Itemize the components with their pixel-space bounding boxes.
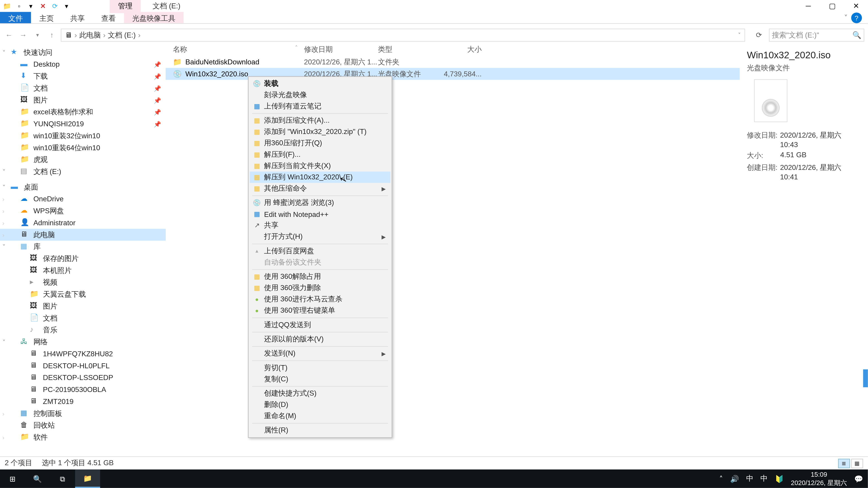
search-input[interactable]: 搜索"文档 (E:)" 🔍: [769, 29, 864, 42]
breadcrumb[interactable]: 🖥 › 此电脑 › 文档 (E:) › ˅: [61, 29, 745, 42]
menu-item[interactable]: Edit with Notepad++: [250, 208, 391, 220]
tree-recycle-bin[interactable]: 回收站: [0, 419, 166, 431]
tree-item-desktop[interactable]: Desktop📌: [0, 58, 166, 70]
breadcrumb-dropdown-icon[interactable]: ˅: [738, 32, 741, 38]
ribbon-tab-view[interactable]: 查看: [93, 12, 124, 23]
ribbon-tab-file[interactable]: 文件: [0, 12, 31, 23]
menu-item[interactable]: 装载: [250, 78, 391, 89]
tree-item[interactable]: ZMT2019: [0, 396, 166, 408]
tree-item[interactable]: YUNQISHI2019📌: [0, 118, 166, 130]
taskbar-search-button[interactable]: 🔍: [25, 469, 50, 488]
tray-security-icon[interactable]: 🔰: [775, 475, 784, 483]
taskbar-clock[interactable]: 15:09 2020/12/26, 星期六: [791, 471, 847, 487]
ribbon-tab-share[interactable]: 共享: [62, 12, 93, 23]
qat-dropdown-icon[interactable]: ▾: [62, 1, 71, 11]
tree-item-downloads[interactable]: 下载📌: [0, 70, 166, 82]
tree-onedrive[interactable]: ›OneDrive: [0, 193, 166, 205]
view-details-button[interactable]: ≣: [838, 458, 850, 468]
menu-item[interactable]: 删除(D): [250, 399, 391, 411]
tree-item-documents[interactable]: 文档📌: [0, 82, 166, 94]
nav-back-button[interactable]: ←: [4, 30, 14, 40]
tree-item[interactable]: 天翼云盘下载: [0, 288, 166, 300]
menu-item[interactable]: 共享: [250, 220, 391, 231]
menu-item[interactable]: 复制(C): [250, 373, 391, 385]
start-button[interactable]: ⊞: [0, 469, 25, 488]
menu-item[interactable]: 通过QQ发送到: [250, 319, 391, 330]
menu-item[interactable]: 使用 360管理右键菜单: [250, 305, 391, 316]
qat-item[interactable]: ▫: [14, 1, 24, 11]
taskbar-explorer-button[interactable]: 📁: [75, 469, 100, 488]
tree-item[interactable]: 图片: [0, 300, 166, 312]
column-size[interactable]: 大小: [440, 44, 482, 55]
tree-item[interactable]: 保存的图片: [0, 253, 166, 265]
tree-item[interactable]: 本机照片: [0, 265, 166, 276]
tree-quick-access[interactable]: ˅快速访问: [0, 46, 166, 59]
ribbon-tab-home[interactable]: 主页: [31, 12, 62, 23]
menu-item[interactable]: 使用 360解除占用: [250, 271, 391, 283]
menu-item[interactable]: 其他压缩命令▶: [250, 183, 391, 194]
breadcrumb-segment[interactable]: 此电脑: [79, 30, 101, 40]
menu-item[interactable]: 属性(R): [250, 425, 391, 436]
tree-item[interactable]: win10重装64位win10: [0, 142, 166, 154]
menu-item[interactable]: 发送到(N)▶: [250, 348, 391, 359]
tree-item[interactable]: 视频: [0, 276, 166, 289]
tree-item-pictures[interactable]: 图片📌: [0, 94, 166, 106]
tray-ime-icon[interactable]: 中: [746, 474, 753, 484]
menu-item[interactable]: 打开方式(H)▶: [250, 231, 391, 242]
maximize-button[interactable]: ▢: [820, 0, 844, 12]
menu-item[interactable]: 添加到 "Win10x32_2020.zip" (T): [250, 126, 391, 138]
tree-item[interactable]: 音乐: [0, 324, 166, 336]
task-view-button[interactable]: ⧉: [50, 469, 75, 488]
menu-item[interactable]: 用 蜂蜜浏览器 浏览(3): [250, 197, 391, 208]
tray-notification-icon[interactable]: 💬: [854, 475, 863, 483]
view-icons-button[interactable]: ▦: [851, 458, 863, 468]
column-type[interactable]: 类型: [378, 44, 440, 55]
refresh-button[interactable]: ⟳: [752, 29, 765, 42]
menu-item[interactable]: 重命名(M): [250, 411, 391, 422]
menu-item[interactable]: 上传到百度网盘: [250, 246, 391, 257]
tray-overflow-icon[interactable]: ˄: [719, 475, 723, 483]
menu-item[interactable]: 解压到当前文件夹(X): [250, 160, 391, 171]
menu-item[interactable]: 使用 360强力删除: [250, 283, 391, 294]
menu-item[interactable]: 添加到压缩文件(A)...: [250, 115, 391, 126]
menu-item[interactable]: 刻录光盘映像: [250, 90, 391, 101]
tree-item[interactable]: DESKTOP-HL0PLFL: [0, 360, 166, 372]
scrollbar-thumb[interactable]: [863, 369, 868, 387]
column-name[interactable]: 名称 ˄: [173, 44, 304, 55]
tree-item[interactable]: 文档: [0, 312, 166, 324]
column-date[interactable]: 修改日期: [304, 44, 378, 55]
nav-up-button[interactable]: ↑: [46, 30, 57, 40]
menu-item[interactable]: 用360压缩打开(Q): [250, 138, 391, 149]
menu-item[interactable]: 解压到 Win10x32_2020\ (E): [250, 171, 391, 183]
menu-item[interactable]: 使用 360进行木马云查杀: [250, 294, 391, 305]
qat-item[interactable]: ▾: [26, 1, 36, 11]
qat-close-icon[interactable]: ✕: [38, 1, 48, 11]
nav-forward-button[interactable]: →: [18, 30, 29, 40]
tree-this-pc[interactable]: ›此电脑: [0, 229, 166, 241]
tree-administrator[interactable]: ›Administrator: [0, 217, 166, 229]
menu-item[interactable]: 剪切(T): [250, 362, 391, 373]
ribbon-expand-icon[interactable]: ˅: [844, 13, 848, 22]
tree-item[interactable]: 虎观: [0, 154, 166, 166]
tree-network[interactable]: ˅网络: [0, 336, 166, 348]
menu-item[interactable]: 还原以前的版本(V): [250, 334, 391, 345]
tree-item[interactable]: PC-20190530OBLA: [0, 384, 166, 396]
menu-item[interactable]: 上传到有道云笔记: [250, 101, 391, 112]
menu-item[interactable]: 创建快捷方式(S): [250, 388, 391, 399]
tree-libraries[interactable]: ˅库: [0, 240, 166, 253]
tree-control-panel[interactable]: ›控制面板: [0, 408, 166, 420]
ribbon-tab-disc-tools[interactable]: 光盘映像工具: [124, 12, 184, 23]
tray-ime-icon[interactable]: 中: [761, 474, 768, 484]
tray-volume-icon[interactable]: 🔊: [730, 475, 739, 483]
close-button[interactable]: ✕: [844, 0, 868, 12]
breadcrumb-segment[interactable]: 文档 (E:): [108, 30, 135, 40]
tree-desktop-root[interactable]: ˅桌面: [0, 181, 166, 193]
contextual-tab-manage[interactable]: 管理: [110, 0, 141, 13]
tree-item[interactable]: 1H4WPFQ7KZ8HU82: [0, 348, 166, 360]
minimize-button[interactable]: ─: [796, 0, 820, 12]
nav-history-dropdown[interactable]: ▾: [32, 30, 43, 40]
menu-item[interactable]: 解压到(F)...: [250, 149, 391, 160]
tree-wps[interactable]: ›WPS网盘: [0, 205, 166, 217]
tree-item[interactable]: excel表格制作求和📌: [0, 106, 166, 118]
help-button[interactable]: ?: [851, 12, 862, 23]
